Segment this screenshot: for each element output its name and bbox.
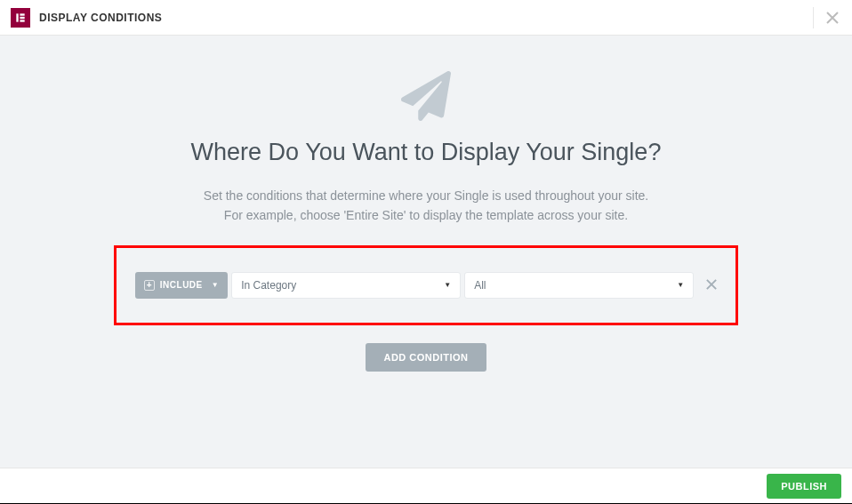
desc-line-2: For example, choose 'Entire Site' to dis… bbox=[224, 208, 628, 222]
dialog-body: Where Do You Want to Display Your Single… bbox=[0, 36, 852, 468]
close-icon bbox=[826, 12, 839, 24]
dialog-header: DISPLAY CONDITIONS bbox=[0, 0, 852, 36]
elementor-logo-icon bbox=[14, 12, 27, 24]
caret-down-icon: ▼ bbox=[212, 281, 219, 289]
publish-button[interactable]: PUBLISH bbox=[767, 474, 841, 499]
dialog-title: DISPLAY CONDITIONS bbox=[39, 12, 162, 24]
svg-rect-0 bbox=[16, 13, 18, 21]
close-icon bbox=[706, 279, 717, 290]
svg-rect-2 bbox=[20, 16, 24, 18]
caret-down-icon: ▼ bbox=[444, 281, 451, 289]
include-toggle[interactable]: + INCLUDE ▼ bbox=[135, 272, 228, 299]
include-label: INCLUDE bbox=[160, 280, 203, 290]
paper-plane-icon bbox=[0, 71, 852, 121]
condition-type-value: In Category bbox=[241, 279, 296, 292]
svg-rect-3 bbox=[20, 20, 24, 21]
conditions-highlight: + INCLUDE ▼ In Category ▼ All ▼ bbox=[114, 245, 738, 325]
caret-down-icon: ▼ bbox=[677, 281, 684, 289]
elementor-logo bbox=[11, 8, 30, 28]
condition-value: All bbox=[474, 279, 486, 292]
desc-line-1: Set the conditions that determine where … bbox=[204, 188, 648, 203]
condition-value-select[interactable]: All ▼ bbox=[464, 272, 694, 299]
close-button[interactable] bbox=[824, 9, 841, 27]
dialog-footer: PUBLISH bbox=[0, 468, 852, 503]
condition-row: + INCLUDE ▼ In Category ▼ All ▼ bbox=[135, 272, 717, 299]
condition-type-select[interactable]: In Category ▼ bbox=[231, 272, 461, 299]
svg-rect-1 bbox=[20, 13, 24, 15]
add-condition-button[interactable]: ADD CONDITION bbox=[366, 343, 486, 372]
plus-icon: + bbox=[144, 280, 155, 291]
main-heading: Where Do You Want to Display Your Single… bbox=[0, 139, 852, 166]
remove-condition-button[interactable] bbox=[706, 276, 717, 294]
description: Set the conditions that determine where … bbox=[0, 186, 852, 226]
